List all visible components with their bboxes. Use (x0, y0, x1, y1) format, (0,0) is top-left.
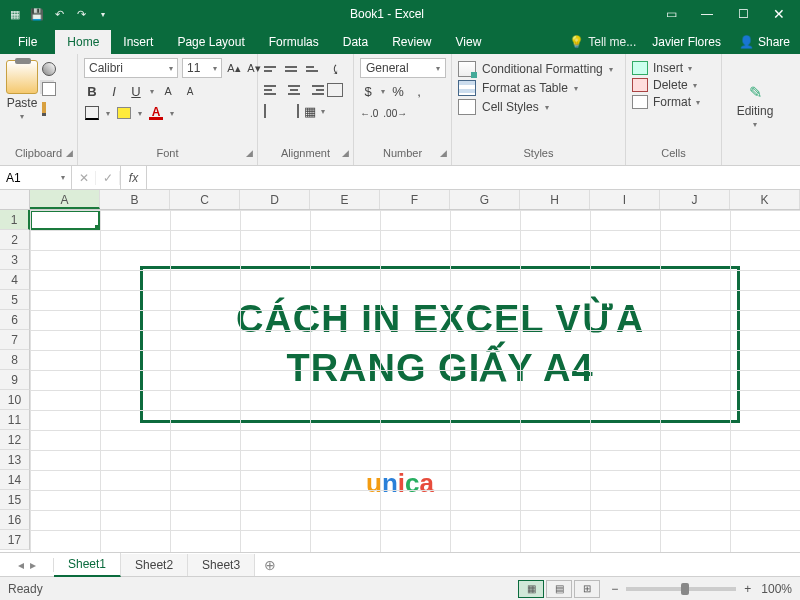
view-page-layout-button[interactable]: ▤ (546, 580, 572, 598)
number-launcher-icon[interactable]: ◢ (440, 148, 447, 158)
insert-cells-button[interactable]: Insert▾ (632, 61, 700, 75)
clipboard-launcher-icon[interactable]: ◢ (66, 148, 73, 158)
row-header[interactable]: 9 (0, 370, 30, 390)
italic-button[interactable]: I (106, 82, 122, 100)
sheet-tab-2[interactable]: Sheet2 (121, 554, 188, 576)
sheet-tab-3[interactable]: Sheet3 (188, 554, 255, 576)
sheet-nav[interactable]: ◂▸ (0, 558, 54, 572)
font-family-select[interactable]: Calibri▾ (84, 58, 178, 78)
column-header[interactable]: C (170, 190, 240, 209)
row-header[interactable]: 16 (0, 510, 30, 530)
font-size-select[interactable]: 11▾ (182, 58, 222, 78)
chevron-down-icon[interactable]: ▾ (321, 107, 325, 116)
tab-home[interactable]: Home (55, 30, 111, 54)
currency-button[interactable]: $ (360, 82, 376, 100)
tab-file[interactable]: File (0, 30, 55, 54)
chevron-down-icon[interactable]: ▾ (106, 109, 110, 118)
undo-icon[interactable]: ↶ (50, 5, 68, 23)
increase-font-button[interactable]: A▴ (226, 59, 242, 77)
align-right-button[interactable] (306, 82, 324, 98)
decrease-font-size-button[interactable]: A (182, 82, 198, 100)
fill-color-button[interactable] (116, 104, 132, 122)
merge-center-button[interactable]: ▦ (302, 102, 318, 120)
spreadsheet-grid[interactable]: A B C D E F G H I J K 123456789101112131… (0, 190, 800, 552)
increase-indent-button[interactable] (283, 104, 299, 118)
comma-button[interactable]: , (411, 82, 427, 100)
select-all-corner[interactable] (0, 190, 30, 209)
row-header[interactable]: 6 (0, 310, 30, 330)
font-color-button[interactable]: A (148, 104, 164, 122)
align-middle-button[interactable] (285, 61, 303, 77)
column-header[interactable]: H (520, 190, 590, 209)
close-button[interactable]: ✕ (764, 3, 794, 25)
column-header[interactable]: B (100, 190, 170, 209)
fx-label[interactable]: fx (121, 166, 147, 189)
minimize-button[interactable]: — (692, 3, 722, 25)
column-header[interactable]: K (730, 190, 800, 209)
increase-font-size-button[interactable]: A (160, 82, 176, 100)
row-header[interactable]: 5 (0, 290, 30, 310)
column-header[interactable]: G (450, 190, 520, 209)
chevron-down-icon[interactable]: ▾ (150, 87, 154, 96)
delete-cells-button[interactable]: Delete▾ (632, 78, 700, 92)
chevron-down-icon[interactable]: ▾ (138, 109, 142, 118)
view-page-break-button[interactable]: ⊞ (574, 580, 600, 598)
tab-view[interactable]: View (444, 30, 494, 54)
cell-styles-button[interactable]: Cell Styles▾ (458, 99, 613, 115)
paste-button[interactable]: Paste ▾ (6, 58, 38, 145)
row-header[interactable]: 11 (0, 410, 30, 430)
orientation-button[interactable]: ⤹ (327, 60, 343, 78)
column-header[interactable]: A (30, 190, 100, 209)
row-header[interactable]: 4 (0, 270, 30, 290)
cancel-formula-button[interactable]: ✕ (72, 171, 96, 185)
row-header[interactable]: 3 (0, 250, 30, 270)
wrap-text-button[interactable] (327, 83, 343, 97)
align-bottom-button[interactable] (306, 61, 324, 77)
sheet-tab-1[interactable]: Sheet1 (54, 553, 121, 577)
copy-button[interactable] (42, 82, 60, 98)
maximize-button[interactable]: ☐ (728, 3, 758, 25)
borders-button[interactable] (84, 104, 100, 122)
format-cells-button[interactable]: Format▾ (632, 95, 700, 109)
formula-input[interactable] (147, 166, 800, 189)
cut-button[interactable] (42, 62, 60, 78)
ribbon-options-icon[interactable]: ▭ (656, 3, 686, 25)
chevron-down-icon[interactable]: ▾ (381, 87, 385, 96)
column-header[interactable]: E (310, 190, 380, 209)
format-as-table-button[interactable]: Format as Table▾ (458, 80, 613, 96)
user-name[interactable]: Javier Flores (644, 30, 729, 54)
view-normal-button[interactable]: ▦ (518, 580, 544, 598)
column-header[interactable]: D (240, 190, 310, 209)
column-header[interactable]: F (380, 190, 450, 209)
tab-insert[interactable]: Insert (111, 30, 165, 54)
row-header[interactable]: 12 (0, 430, 30, 450)
bold-button[interactable]: B (84, 82, 100, 100)
number-format-select[interactable]: General▾ (360, 58, 446, 78)
zoom-out-button[interactable]: − (611, 582, 618, 596)
tab-page-layout[interactable]: Page Layout (165, 30, 256, 54)
enter-formula-button[interactable]: ✓ (96, 171, 120, 185)
column-header[interactable]: J (660, 190, 730, 209)
decrease-decimal-button[interactable]: .00→ (383, 104, 407, 122)
tell-me-search[interactable]: 💡 Tell me... (561, 30, 644, 54)
sheet-next-icon[interactable]: ▸ (30, 558, 36, 572)
row-header[interactable]: 8 (0, 350, 30, 370)
font-launcher-icon[interactable]: ◢ (246, 148, 253, 158)
row-header[interactable]: 13 (0, 450, 30, 470)
underline-button[interactable]: U (128, 82, 144, 100)
qat-dropdown-icon[interactable]: ▾ (94, 5, 112, 23)
active-cell[interactable] (30, 210, 100, 230)
sheet-prev-icon[interactable]: ◂ (18, 558, 24, 572)
format-painter-button[interactable] (42, 102, 60, 118)
add-sheet-button[interactable]: ⊕ (255, 557, 285, 573)
row-header[interactable]: 17 (0, 530, 30, 550)
zoom-in-button[interactable]: + (744, 582, 751, 596)
tab-review[interactable]: Review (380, 30, 443, 54)
column-header[interactable]: I (590, 190, 660, 209)
tab-data[interactable]: Data (331, 30, 380, 54)
save-icon[interactable]: 💾 (28, 5, 46, 23)
percent-button[interactable]: % (390, 82, 406, 100)
increase-decimal-button[interactable]: ←.0 (360, 104, 378, 122)
row-header[interactable]: 1 (0, 210, 30, 230)
redo-icon[interactable]: ↷ (72, 5, 90, 23)
